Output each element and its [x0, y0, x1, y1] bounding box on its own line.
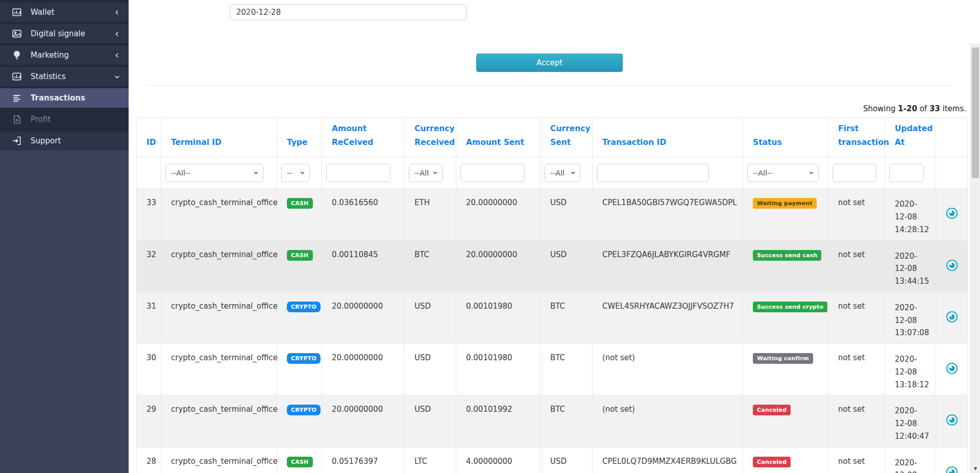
cell-amount-received: 20.00000000	[322, 344, 405, 395]
filter-status-select[interactable]: --All--	[747, 164, 819, 182]
col-header-currency-sent[interactable]: Currency Sent	[541, 118, 593, 157]
sidebar-item-label: Support	[31, 136, 129, 145]
date-input[interactable]	[230, 4, 467, 20]
view-button[interactable]	[946, 311, 958, 323]
cell-first-transaction: not set	[828, 240, 885, 292]
cell-amount-sent: 20.00000000	[456, 189, 541, 240]
col-header-id[interactable]: ID	[137, 118, 161, 157]
view-button[interactable]	[946, 362, 958, 375]
cell-first-transaction: not set	[828, 344, 885, 395]
cell-first-transaction: not set	[828, 395, 885, 447]
status-badge: Waiting payment	[753, 198, 817, 209]
filter-amount-sent-input[interactable]	[460, 164, 525, 182]
chevron-down-icon	[114, 73, 120, 80]
cell-amount-received: 20.00000000	[322, 292, 405, 343]
filter-transaction-id-input[interactable]	[597, 164, 709, 182]
summary-text: of	[917, 104, 929, 113]
cell-currency-sent: USD	[541, 240, 593, 292]
filter-type-select[interactable]: --	[281, 164, 310, 182]
cell-actions	[936, 189, 968, 240]
sidebar-item-profit[interactable]: $ Profit	[0, 110, 129, 129]
divider	[145, 85, 953, 86]
summary-total: 33	[929, 104, 940, 113]
sidebar-item-marketing[interactable]: Marketing	[0, 45, 129, 65]
view-button[interactable]	[946, 207, 958, 219]
col-header-transaction-id[interactable]: Transaction ID	[593, 118, 743, 157]
filter-row: --All-- -- --All--	[137, 157, 968, 189]
cell-actions	[936, 344, 968, 395]
cell-amount-received: 0.00110845	[322, 240, 405, 292]
chevron-left-icon	[114, 9, 120, 16]
sidebar-item-digital-signale[interactable]: Digital signale	[0, 24, 129, 43]
sidebar-item-transactions[interactable]: Transactions	[0, 88, 129, 108]
col-header-terminal-id[interactable]: Terminal ID	[161, 118, 277, 157]
col-header-currency-received[interactable]: Currency Received	[405, 118, 456, 157]
scrollbar-thumb[interactable]	[972, 47, 979, 178]
view-button[interactable]	[946, 466, 958, 473]
cell-type: CRYPTO	[277, 292, 322, 343]
cell-first-transaction: not set	[828, 292, 885, 343]
cell-currency-sent: BTC	[541, 395, 593, 447]
col-header-first-transaction[interactable]: First transaction	[828, 118, 885, 157]
cell-currency-sent: USD	[541, 189, 593, 240]
cell-id: 30	[137, 344, 161, 395]
cell-currency-sent: BTC	[541, 344, 593, 395]
filter-currency-sent-select[interactable]: --All	[545, 164, 580, 182]
summary-range: 1-20	[898, 104, 917, 113]
filter-terminal-select[interactable]: --All--	[165, 164, 263, 182]
chevron-left-icon	[114, 52, 120, 59]
view-button[interactable]	[946, 259, 958, 271]
col-header-actions	[936, 118, 968, 157]
filter-updated-at-input[interactable]	[889, 164, 924, 182]
cell-status: Waiting payment	[743, 189, 828, 240]
cell-id: 33	[137, 189, 161, 240]
table-row: 32 crypto_cash_terminal_office CASH 0.00…	[137, 240, 968, 292]
type-badge: CRYPTO	[287, 302, 321, 312]
scroll-down-arrow[interactable]: ▼	[971, 464, 980, 473]
col-header-updated-at[interactable]: Updated At	[885, 118, 936, 157]
sidebar-item-statistics[interactable]: Statistics	[0, 67, 129, 86]
accept-button[interactable]: Accept	[476, 54, 623, 72]
cell-updated-at: 2020-12-08 14:28:12	[885, 189, 936, 240]
cell-amount-sent: 4.00000000	[456, 447, 541, 473]
cell-updated-at: 2020-12-08 13:18:12	[885, 344, 936, 395]
image-icon	[11, 28, 22, 39]
table-row: 31 crypto_cash_terminal_office CRYPTO 20…	[137, 292, 968, 343]
app-screen: Wallet Digital signale Marketing	[0, 0, 980, 473]
filter-terminal-value: --All--	[171, 169, 191, 177]
chevron-down-icon	[808, 170, 814, 176]
cell-type: CASH	[277, 240, 322, 292]
cell-updated-at: 2020-12-08 13:44:15	[885, 240, 936, 292]
col-header-amount-received[interactable]: Amount ReCeived	[322, 118, 405, 157]
col-header-amount-sent[interactable]: Amount Sent	[456, 118, 541, 157]
lightbulb-icon	[11, 49, 22, 61]
sidebar-item-support[interactable]: Support	[0, 131, 129, 151]
view-button[interactable]	[946, 414, 958, 426]
list-icon	[11, 92, 22, 104]
type-badge: CASH	[287, 198, 313, 209]
cell-updated-at: 2020-12-08 15:57:47	[885, 447, 936, 473]
cell-currency-received: LTC	[405, 447, 456, 473]
chevron-down-icon	[432, 170, 438, 176]
type-badge: CRYPTO	[287, 353, 321, 364]
filter-first-transaction-input[interactable]	[832, 164, 876, 182]
type-badge: CASH	[287, 457, 313, 467]
filter-currency-received-select[interactable]: --All--	[409, 164, 443, 182]
table-row: 30 crypto_cash_terminal_office CRYPTO 20…	[137, 344, 968, 395]
status-badge: Waiting confirm	[753, 353, 813, 364]
cell-updated-at: 2020-12-08 12:40:47	[885, 395, 936, 447]
col-header-type[interactable]: Type	[277, 118, 322, 157]
cell-id: 32	[137, 240, 161, 292]
table-row: 29 crypto_cash_terminal_office CRYPTO 20…	[137, 395, 968, 447]
cell-amount-sent: 0.00101980	[456, 344, 541, 395]
header-row: ID Terminal ID Type Amount ReCeived Curr…	[137, 118, 968, 157]
vertical-scrollbar[interactable]: ▼	[970, 43, 980, 473]
cell-actions	[936, 447, 968, 473]
cell-transaction-id: CPEL3FZQA6JLABYKGIRG4VRGMF	[593, 240, 743, 292]
sidebar-item-wallet[interactable]: Wallet	[0, 3, 129, 22]
table-row: 33 crypto_cash_terminal_office CASH 0.03…	[137, 189, 968, 240]
col-header-status[interactable]: Status	[743, 118, 828, 157]
filter-amount-received-input[interactable]	[326, 164, 390, 182]
cell-updated-at: 2020-12-08 13:07:08	[885, 292, 936, 343]
cell-amount-sent: 0.00101980	[456, 292, 541, 343]
